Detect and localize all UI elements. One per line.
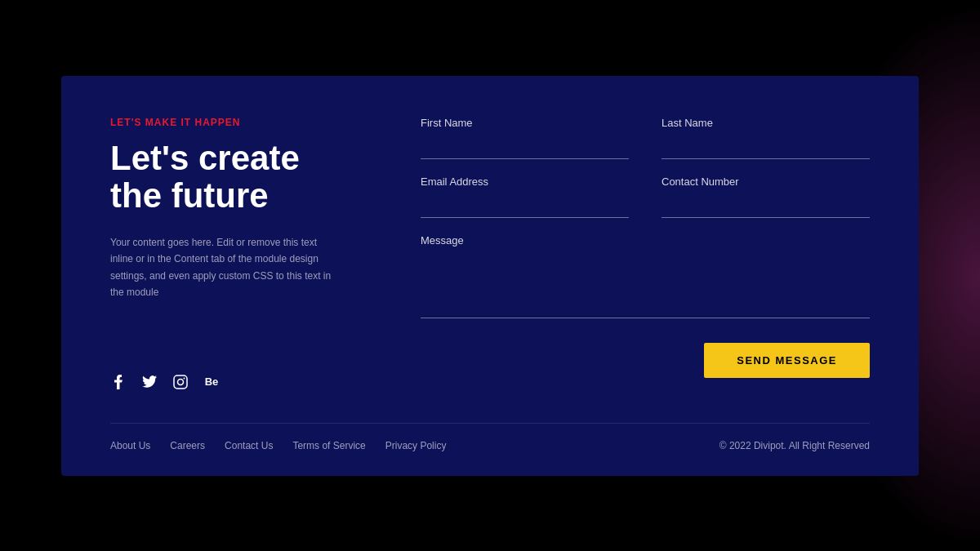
first-name-group: First Name — [421, 117, 629, 159]
instagram-icon[interactable] — [172, 374, 189, 390]
body-description: Your content goes here. Edit or remove t… — [110, 234, 339, 301]
footer-links: About Us Careers Contact Us Terms of Ser… — [110, 440, 446, 451]
contact-number-input[interactable] — [662, 194, 870, 218]
svg-point-2 — [184, 377, 185, 379]
headline-line2: the future — [110, 176, 269, 215]
twitter-icon[interactable] — [141, 374, 158, 390]
contact-number-label: Contact Number — [662, 176, 870, 188]
message-label: Message — [421, 234, 870, 247]
contact-number-group: Contact Number — [662, 176, 870, 218]
headline-line1: Let's create — [110, 139, 300, 177]
footer-link-terms[interactable]: Terms of Service — [292, 440, 365, 451]
email-group: Email Address — [421, 176, 629, 218]
behance-icon[interactable]: Be — [203, 374, 220, 390]
eyebrow-text: LET'S MAKE IT HAPPEN — [110, 117, 372, 128]
first-name-label: First Name — [421, 117, 629, 129]
page-wrapper: LET'S MAKE IT HAPPEN Let's create the fu… — [0, 0, 980, 551]
headline: Let's create the future — [110, 140, 372, 215]
svg-point-1 — [178, 379, 184, 384]
last-name-label: Last Name — [662, 117, 870, 129]
message-input[interactable] — [421, 253, 870, 318]
footer-link-about[interactable]: About Us — [110, 440, 150, 451]
left-panel: LET'S MAKE IT HAPPEN Let's create the fu… — [110, 117, 372, 390]
form-row-name: First Name Last Name — [421, 117, 870, 159]
first-name-input[interactable] — [421, 136, 629, 159]
svg-rect-0 — [174, 375, 187, 389]
footer-link-careers[interactable]: Careers — [170, 440, 205, 451]
last-name-input[interactable] — [662, 136, 870, 159]
footer-link-privacy[interactable]: Privacy Policy — [385, 440, 447, 451]
message-group: Message — [421, 234, 870, 318]
contact-form: First Name Last Name Email Address Conta — [421, 117, 870, 390]
footer-copyright: © 2022 Divipot. All Right Reserved — [719, 440, 870, 451]
form-actions: SEND MESSAGE — [421, 343, 870, 378]
main-content-area: LET'S MAKE IT HAPPEN Let's create the fu… — [110, 117, 870, 390]
email-label: Email Address — [421, 176, 629, 188]
footer-link-contact[interactable]: Contact Us — [225, 440, 273, 451]
email-input[interactable] — [421, 194, 629, 218]
footer: About Us Careers Contact Us Terms of Ser… — [110, 423, 870, 451]
facebook-icon[interactable] — [110, 374, 127, 390]
send-message-button[interactable]: SEND MESSAGE — [704, 343, 870, 378]
social-icons-group: Be — [110, 374, 372, 390]
main-card: LET'S MAKE IT HAPPEN Let's create the fu… — [61, 76, 919, 476]
form-row-contact: Email Address Contact Number — [421, 176, 870, 218]
last-name-group: Last Name — [662, 117, 870, 159]
